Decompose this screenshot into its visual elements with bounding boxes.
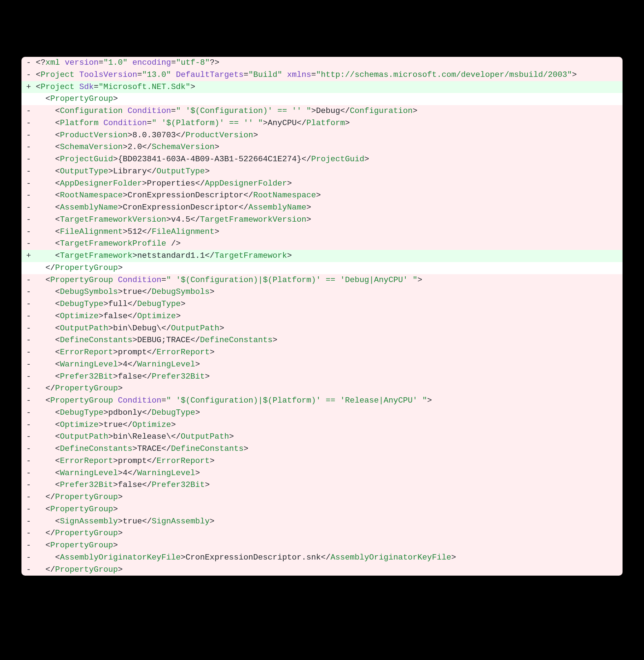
xml-tag: Platform <box>306 118 345 128</box>
diff-line[interactable]: - <Prefer32Bit>false</Prefer32Bit> <box>21 479 623 491</box>
xml-tag: TargetFramework <box>60 251 133 260</box>
xml-text: > <box>118 384 123 393</box>
diff-line[interactable]: - <Optimize>false</Optimize> <box>21 310 623 322</box>
diff-line[interactable]: +<Project Sdk="Microsoft.NET.Sdk"> <box>21 81 623 93</box>
diff-line[interactable]: - <SchemaVersion>2.0</SchemaVersion> <box>21 141 623 153</box>
xml-text <box>74 70 79 79</box>
xml-tag: ProductVersion <box>186 130 253 140</box>
diff-line[interactable]: - </PropertyGroup> <box>21 527 623 540</box>
diff-code: <DefineConstants>TRACE</DefineConstants> <box>36 443 623 455</box>
diff-line[interactable]: - <AppDesignerFolder>Properties</AppDesi… <box>21 178 623 190</box>
xml-text: > <box>118 263 123 272</box>
xml-text: = <box>311 70 316 79</box>
diff-code: <ErrorReport>prompt</ErrorReport> <box>36 346 623 359</box>
xml-text: < <box>55 372 60 381</box>
diff-line[interactable]: - <WarningLevel>4</WarningLevel> <box>21 467 623 479</box>
indent <box>36 384 45 393</box>
xml-tag: AssemblyOriginatorKeyFile <box>331 553 452 562</box>
diff-line[interactable]: - <DebugType>pdbonly</DebugType> <box>21 407 623 419</box>
diff-line[interactable]: - <PropertyGroup> <box>21 503 623 516</box>
diff-gutter: - <box>21 214 36 226</box>
diff-line[interactable]: - <Optimize>true</Optimize> <box>21 419 623 431</box>
xml-text: < <box>55 335 60 345</box>
diff-code: <ErrorReport>prompt</ErrorReport> <box>36 455 623 467</box>
diff-line[interactable]: - <DebugType>full</DebugType> <box>21 298 623 310</box>
indent <box>36 565 45 574</box>
xml-text <box>74 82 79 92</box>
xml-text: > <box>210 287 215 296</box>
diff-code: </PropertyGroup> <box>36 527 623 540</box>
xml-text: = <box>161 275 166 285</box>
diff-code: </PropertyGroup> <box>36 491 623 503</box>
diff-gutter: - <box>21 117 36 129</box>
diff-line[interactable]: -<Project ToolsVersion="13.0" DefaultTar… <box>21 69 623 81</box>
diff-code: <OutputPath>bin\Release\</OutputPath> <box>36 431 623 443</box>
xml-tag: Optimize <box>132 420 171 429</box>
xml-text: > <box>316 191 321 200</box>
xml-tag: OutputPath <box>60 432 108 441</box>
diff-line[interactable]: - <Configuration Condition=" '$(Configur… <box>21 105 623 117</box>
xml-text: </ <box>45 492 55 502</box>
diff-line[interactable]: -<?xml version="1.0" encoding="utf-8"?> <box>21 57 623 69</box>
xml-tag: ErrorReport <box>157 456 210 466</box>
diff-line[interactable]: - <PropertyGroup Condition=" '$(Configur… <box>21 274 623 286</box>
diff-line[interactable]: - <Prefer32Bit>false</Prefer32Bit> <box>21 371 623 383</box>
xml-tag: AssemblyOriginatorKeyFile <box>60 553 181 562</box>
diff-line[interactable]: - <SignAssembly>true</SignAssembly> <box>21 516 623 528</box>
diff-line[interactable]: - <DefineConstants>TRACE</DefineConstant… <box>21 443 623 455</box>
diff-gutter: - <box>21 383 36 395</box>
diff-line[interactable]: - <AssemblyOriginatorKeyFile>CronExpress… <box>21 552 623 564</box>
diff-line[interactable]: - <PropertyGroup> <box>21 540 623 552</box>
diff-line[interactable]: - <RootNamespace>CronExpressionDescripto… <box>21 189 623 202</box>
xml-tag: RootNamespace <box>60 191 123 200</box>
diff-line[interactable]: - <FileAlignment>512</FileAlignment> <box>21 226 623 238</box>
diff-line[interactable]: - </PropertyGroup> <box>21 491 623 503</box>
xml-text: > <box>205 480 210 489</box>
indent <box>36 528 45 538</box>
diff-line[interactable]: - <DebugSymbols>true</DebugSymbols> <box>21 286 623 298</box>
diff-line[interactable]: - <OutputType>Library</OutputType> <box>21 166 623 178</box>
diff-line[interactable]: - <TargetFrameworkVersion>v4.5</TargetFr… <box>21 214 623 226</box>
xml-text: >false</ <box>99 311 137 321</box>
diff-gutter: - <box>21 491 36 503</box>
diff-line[interactable]: - </PropertyGroup> <box>21 383 623 395</box>
xml-text: > <box>210 517 215 526</box>
diff-line[interactable]: - <ProjectGuid>{BD023841-603A-4B09-A3B1-… <box>21 153 623 166</box>
diff-line[interactable]: - <ErrorReport>prompt</ErrorReport> <box>21 346 623 359</box>
diff-line[interactable]: <PropertyGroup> <box>21 93 623 105</box>
indent <box>36 324 55 333</box>
xml-text: >false</ <box>113 372 152 381</box>
diff-line[interactable]: - <AssemblyName>CronExpressionDescriptor… <box>21 202 623 214</box>
xml-tag: Configuration <box>350 106 413 115</box>
diff-gutter <box>21 262 36 274</box>
diff-line[interactable]: - <Platform Condition=" '$(Platform)' ==… <box>21 117 623 129</box>
indent <box>36 408 55 417</box>
xml-text: < <box>55 130 60 140</box>
xml-tag: DefineConstants <box>171 444 244 453</box>
diff-code: <PropertyGroup Condition=" '$(Configurat… <box>36 395 623 407</box>
diff-line[interactable]: - <ErrorReport>prompt</ErrorReport> <box>21 455 623 467</box>
diff-line[interactable]: </PropertyGroup> <box>21 262 623 274</box>
diff-line[interactable]: - </PropertyGroup> <box>21 564 623 576</box>
xml-text: > <box>215 227 220 236</box>
diff-view[interactable]: -<?xml version="1.0" encoding="utf-8"?>-… <box>21 57 623 576</box>
xml-tag: DefineConstants <box>60 335 133 345</box>
xml-text: >prompt</ <box>113 348 157 357</box>
xml-tag: AppDesignerFolder <box>205 179 287 188</box>
diff-line[interactable]: - <PropertyGroup Condition=" '$(Configur… <box>21 395 623 407</box>
xml-tag: PropertyGroup <box>50 396 113 405</box>
diff-line[interactable]: - <WarningLevel>4</WarningLevel> <box>21 359 623 371</box>
diff-code: <TargetFramework>netstandard1.1</TargetF… <box>36 250 623 262</box>
xml-tag: ProjectGuid <box>311 154 365 164</box>
xml-text: < <box>55 118 60 128</box>
xml-tag: " '$(Configuration)|$(Platform)' == 'Rel… <box>166 396 427 405</box>
diff-line[interactable]: - <DefineConstants>DEBUG;TRACE</DefineCo… <box>21 334 623 346</box>
diff-line[interactable]: - <TargetFrameworkProfile /> <box>21 238 623 250</box>
diff-line[interactable]: - <OutputPath>bin\Debug\</OutputPath> <box>21 322 623 335</box>
diff-line[interactable]: - <OutputPath>bin\Release\</OutputPath> <box>21 431 623 443</box>
diff-line[interactable]: + <TargetFramework>netstandard1.1</Targe… <box>21 250 623 262</box>
diff-line[interactable]: - <ProductVersion>8.0.30703</ProductVers… <box>21 129 623 142</box>
diff-code: <RootNamespace>CronExpressionDescriptor<… <box>36 189 623 202</box>
diff-code: <Project ToolsVersion="13.0" DefaultTarg… <box>36 69 623 81</box>
xml-text: < <box>55 179 60 188</box>
